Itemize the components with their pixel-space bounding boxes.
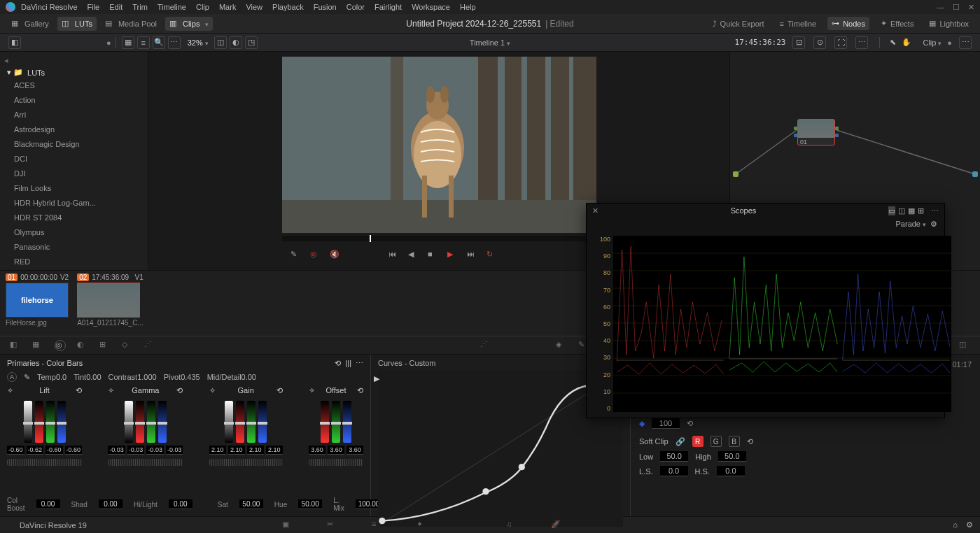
col-boost-value[interactable]: 0.00 xyxy=(36,499,60,509)
bar-value[interactable]: -0.03 xyxy=(166,446,183,455)
bar-value[interactable]: -0.60 xyxy=(46,446,63,455)
scope-mode-dropdown[interactable]: Parade xyxy=(896,220,926,228)
bar-luma[interactable] xyxy=(225,401,233,443)
highlight-icon[interactable]: ◐ xyxy=(230,36,242,49)
bar-red[interactable] xyxy=(236,401,244,443)
lut-item[interactable]: HDR Hybrid Log-Gam... xyxy=(0,196,148,211)
scopes-layout1-icon[interactable]: ▭ xyxy=(888,206,895,215)
low-value[interactable]: 50.0 xyxy=(660,451,688,462)
bar-value[interactable]: 2.10 xyxy=(247,446,264,455)
menu-view[interactable]: View xyxy=(246,3,262,11)
lift-picker-icon[interactable]: ✧ xyxy=(7,386,13,395)
channel-g-button[interactable]: G xyxy=(710,436,722,447)
quick-export-button[interactable]: ⤴Quick Export xyxy=(708,17,769,30)
bar-red[interactable] xyxy=(136,401,144,443)
color-match-icon[interactable]: ▦ xyxy=(32,340,43,351)
loop-playback-icon[interactable]: ↻ xyxy=(486,250,499,262)
bar-blue[interactable] xyxy=(258,401,267,443)
scopes-layout4-icon[interactable]: ⊞ xyxy=(918,206,924,215)
curves-tool-icon[interactable]: ⋰ xyxy=(144,340,155,351)
options3-icon[interactable]: ⋯ xyxy=(959,36,972,49)
hdr-icon[interactable]: ◐ xyxy=(77,340,88,351)
reset-icon[interactable]: ⟲ xyxy=(747,437,753,446)
gamma-jog[interactable] xyxy=(108,459,183,466)
menu-file[interactable]: File xyxy=(88,3,100,11)
lut-item[interactable]: RED xyxy=(0,255,148,269)
bar-value[interactable]: 3.60 xyxy=(328,446,344,455)
auto-icon[interactable]: A xyxy=(7,372,17,382)
luts-folder[interactable]: ▾ 📁 LUTs xyxy=(0,66,148,78)
timecode-display[interactable]: 17:45:36:23 xyxy=(735,38,786,47)
node-output-dot[interactable] xyxy=(972,171,978,177)
viewer-canvas[interactable] xyxy=(282,57,596,233)
menu-fairlight[interactable]: Fairlight xyxy=(374,3,402,11)
camera-raw-icon[interactable]: ◧ xyxy=(10,340,21,351)
bar-red[interactable] xyxy=(35,401,43,443)
ls-value[interactable]: 0.0 xyxy=(660,466,688,476)
scopes-layout2-icon[interactable]: ◫ xyxy=(898,206,905,215)
menu-clip[interactable]: Clip xyxy=(196,3,209,11)
hand-tool-icon[interactable]: ✋ xyxy=(902,38,911,47)
contrast-value[interactable]: 1.000 xyxy=(137,373,157,381)
cut-page-icon[interactable]: ✂ xyxy=(327,520,338,531)
slider-dot-icon[interactable]: ● xyxy=(106,38,111,47)
edit-page-icon[interactable]: ≡ xyxy=(372,520,383,531)
node-input-dot[interactable] xyxy=(733,171,738,177)
bar-value[interactable]: 3.60 xyxy=(346,446,363,455)
gamma-picker-icon[interactable]: ✧ xyxy=(108,386,114,395)
middetail-value[interactable]: 0.00 xyxy=(241,373,256,381)
loop-icon[interactable]: ⊙ xyxy=(813,36,826,49)
menu-help[interactable]: Help xyxy=(460,3,476,11)
menu-trim[interactable]: Trim xyxy=(132,3,148,11)
blue-gain-value[interactable]: 100 xyxy=(652,418,680,429)
key-output-icon[interactable]: ◫ xyxy=(959,340,970,351)
render-cache-icon[interactable]: ⊡ xyxy=(792,36,805,49)
bar-value[interactable]: 2.10 xyxy=(266,446,283,455)
menu-color[interactable]: Color xyxy=(346,3,365,11)
bar-luma[interactable] xyxy=(125,401,133,443)
fullscreen-icon[interactable]: ⛶ xyxy=(834,36,847,49)
lift-reset-icon[interactable]: ⟲ xyxy=(76,386,82,395)
bar-green[interactable] xyxy=(147,401,155,443)
split-view-icon[interactable]: ◫ xyxy=(214,36,227,49)
offset-picker-icon[interactable]: ✧ xyxy=(309,386,315,395)
sat-value[interactable]: 50.00 xyxy=(239,499,263,509)
offset-reset-icon[interactable]: ⟲ xyxy=(357,386,363,395)
bar-value[interactable]: -0.60 xyxy=(65,446,83,455)
curve-handle-icon[interactable]: ▶ xyxy=(374,374,379,383)
bar-green[interactable] xyxy=(332,401,340,443)
primary-wheels-icon[interactable]: ◎ xyxy=(55,340,66,351)
bar-value[interactable]: -0.03 xyxy=(108,446,125,455)
hue-value[interactable]: 50.00 xyxy=(298,499,322,509)
lut-item[interactable]: DCI xyxy=(0,152,148,166)
pivot-value[interactable]: 0.435 xyxy=(181,373,200,381)
lut-item[interactable]: Olympus xyxy=(0,225,148,240)
lightbox-button[interactable]: ▦Lightbox xyxy=(925,17,973,30)
scopes-options-icon[interactable]: ⋯ xyxy=(931,206,939,215)
bar-green[interactable] xyxy=(46,401,55,443)
bar-red[interactable] xyxy=(321,401,329,443)
primaries-reset-icon[interactable]: ⟲ xyxy=(335,359,341,368)
close-icon[interactable]: ✕ xyxy=(968,3,974,12)
maximize-icon[interactable]: ☐ xyxy=(953,3,960,12)
offset-jog[interactable] xyxy=(309,459,363,466)
mute-icon[interactable]: 🔇 xyxy=(330,250,342,262)
step-back-icon[interactable]: ◀ xyxy=(408,250,421,262)
step-fwd-icon[interactable]: ⏭ xyxy=(467,250,479,262)
menu-workspace[interactable]: Workspace xyxy=(412,3,450,11)
bar-luma[interactable] xyxy=(24,401,32,443)
minimize-icon[interactable]: — xyxy=(937,3,944,12)
scopes-close-icon[interactable]: ✕ xyxy=(592,206,598,215)
side-arrow-icon[interactable]: ◂ xyxy=(0,55,148,66)
bar-blue[interactable] xyxy=(57,401,66,443)
media-page-icon[interactable]: ▣ xyxy=(282,520,293,531)
nodes-button[interactable]: ⊶Nodes xyxy=(827,17,869,30)
pointer-tool-icon[interactable]: ⬉ xyxy=(890,38,896,47)
menu-playback[interactable]: Playback xyxy=(272,3,304,11)
bar-green[interactable] xyxy=(247,401,255,443)
clip-thumbnail[interactable]: 0100:00:00:00V2 filehorse FileHorse.jpg xyxy=(6,273,69,327)
bar-value[interactable]: -0.03 xyxy=(127,446,145,455)
bar-value[interactable]: -0.60 xyxy=(7,446,24,455)
color-node[interactable]: 01 xyxy=(797,119,835,145)
warper-icon[interactable]: ◈ xyxy=(556,340,567,351)
